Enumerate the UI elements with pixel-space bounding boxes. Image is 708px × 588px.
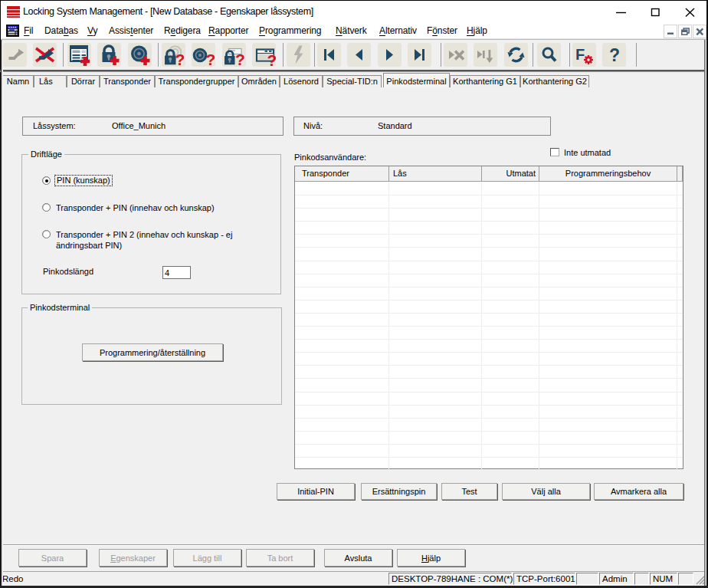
svg-text:F: F — [575, 46, 585, 63]
svg-text:?: ? — [175, 51, 185, 67]
svg-text:?: ? — [235, 51, 245, 67]
svg-text:?: ? — [206, 51, 216, 67]
svg-text:?: ? — [267, 51, 277, 67]
svg-text:?: ? — [609, 45, 620, 65]
